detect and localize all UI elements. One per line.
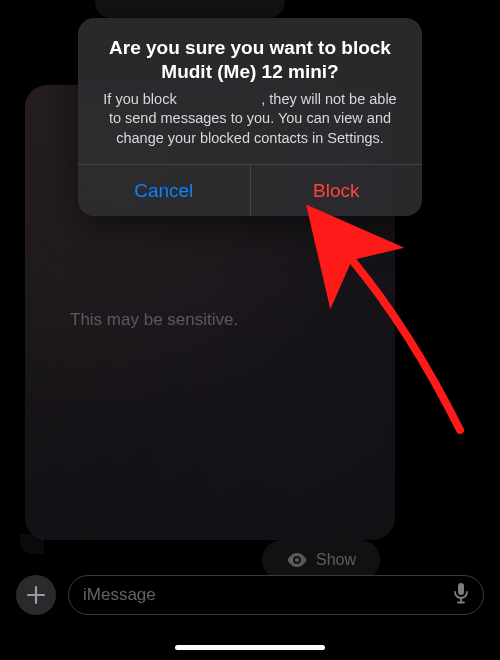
message-input-placeholder: iMessage [83, 585, 156, 605]
microphone-icon[interactable] [453, 582, 469, 608]
block-confirmation-dialog: Are you sure you want to block Mudit (Me… [78, 18, 422, 216]
svg-point-0 [295, 558, 299, 562]
dialog-title: Are you sure you want to block Mudit (Me… [96, 36, 404, 84]
plus-icon [26, 585, 46, 605]
home-indicator[interactable] [175, 645, 325, 650]
dialog-button-row: Cancel Block [78, 164, 422, 216]
compose-bar: iMessage [0, 570, 500, 620]
show-button-label: Show [316, 551, 356, 569]
sensitive-warning-label: This may be sensitive. [70, 310, 238, 330]
cancel-button-label: Cancel [134, 180, 193, 202]
bubble-tail [20, 534, 44, 554]
message-input[interactable]: iMessage [68, 575, 484, 615]
block-button-label: Block [313, 180, 359, 202]
message-bubble-partial [95, 0, 285, 18]
svg-rect-1 [458, 583, 464, 595]
dialog-body: Are you sure you want to block Mudit (Me… [78, 18, 422, 164]
cancel-button[interactable]: Cancel [78, 165, 250, 216]
eye-icon [286, 553, 308, 567]
block-button[interactable]: Block [250, 165, 423, 216]
add-attachment-button[interactable] [16, 575, 56, 615]
dialog-message: If you block , they will not be able to … [96, 90, 404, 149]
